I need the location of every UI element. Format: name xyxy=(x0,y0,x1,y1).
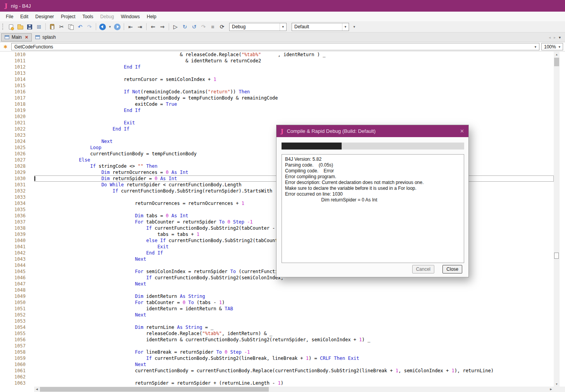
code-text[interactable]: identReturn = identReturn & TAB xyxy=(34,306,554,312)
line-number[interactable]: 1031 xyxy=(0,182,26,188)
save-icon[interactable] xyxy=(25,22,34,31)
code-text[interactable] xyxy=(34,70,554,76)
code-text[interactable]: Dim returnLine As String = _ xyxy=(34,324,554,330)
tab-main[interactable]: Main✕ xyxy=(1,33,32,41)
refresh-icon[interactable]: ⟳ xyxy=(218,22,226,31)
navigate-back-icon[interactable] xyxy=(98,22,107,31)
cancel-button[interactable]: Cancel xyxy=(412,265,434,273)
modules-icon[interactable]: ⊞ xyxy=(35,22,43,31)
line-number[interactable]: 1024 xyxy=(0,138,26,144)
code-text[interactable]: Dim identReturn As String xyxy=(34,293,554,299)
line-number[interactable]: 1043 xyxy=(0,256,26,262)
code-line[interactable]: 1010 & releaseCode.Replace("%tab%" , ide… xyxy=(0,52,554,58)
navigate-forward-icon[interactable] xyxy=(113,22,122,31)
redo-icon[interactable]: ↷ xyxy=(85,22,94,31)
scroll-right-icon[interactable]: ▶ xyxy=(548,387,554,392)
line-number[interactable]: 1052 xyxy=(0,312,26,318)
code-text[interactable]: tempFunctionBody = tempFunctionBody & re… xyxy=(34,95,554,101)
open-icon[interactable] xyxy=(16,22,25,31)
menu-debug[interactable]: Debug xyxy=(97,12,117,21)
line-number[interactable]: 1011 xyxy=(0,58,26,64)
code-line[interactable]: 1018 exitCode = True xyxy=(0,101,554,107)
line-number[interactable]: 1041 xyxy=(0,244,26,250)
close-tab-icon[interactable]: ✕ xyxy=(25,35,28,40)
line-number[interactable]: 1059 xyxy=(0,355,26,361)
code-text[interactable] xyxy=(34,287,554,293)
line-number[interactable]: 1014 xyxy=(0,76,26,83)
menu-project[interactable]: Project xyxy=(57,12,79,21)
code-text[interactable] xyxy=(34,83,554,89)
menu-designer[interactable]: Designer xyxy=(32,12,57,21)
horizontal-scrollbar-thumb[interactable] xyxy=(40,387,269,392)
code-line[interactable]: 1020 xyxy=(0,113,554,120)
line-number[interactable]: 1056 xyxy=(0,337,26,343)
code-text[interactable]: currentFunctionBody = currentFunctionBod… xyxy=(34,368,554,374)
menu-help[interactable]: Help xyxy=(143,12,160,21)
scrollbar-position-marker[interactable] xyxy=(554,253,559,259)
line-number[interactable]: 1063 xyxy=(0,380,26,386)
code-line[interactable]: 1019 End If xyxy=(0,107,554,113)
line-number[interactable]: 1060 xyxy=(0,361,26,368)
code-text[interactable] xyxy=(34,318,554,324)
line-number[interactable]: 1047 xyxy=(0,281,26,287)
line-number[interactable]: 1026 xyxy=(0,151,26,157)
comment-icon[interactable]: ⇐ xyxy=(149,22,157,31)
code-text[interactable]: releaseCode.Replace("%tab%", identReturn… xyxy=(34,330,554,337)
line-number[interactable]: 1040 xyxy=(0,237,26,244)
code-line[interactable]: 1047 Next xyxy=(0,281,554,287)
code-line[interactable]: 1049 Dim identReturn As String xyxy=(0,293,554,299)
code-text[interactable]: For tabCounter = 0 To (tabs - 1) xyxy=(34,299,554,306)
line-number[interactable]: 1032 xyxy=(0,188,26,194)
line-number[interactable]: 1030 xyxy=(0,175,26,182)
navigate-back-menu-icon[interactable]: ▾ xyxy=(107,22,112,31)
code-line[interactable]: 1062 xyxy=(0,374,554,380)
step-over-icon[interactable]: ↷ xyxy=(199,22,208,31)
line-number[interactable]: 1054 xyxy=(0,324,26,330)
line-number[interactable]: 1028 xyxy=(0,163,26,169)
line-number[interactable]: 1061 xyxy=(0,368,26,374)
menu-edit[interactable]: Edit xyxy=(17,12,32,21)
next-tab-icon[interactable]: ▸ xyxy=(554,35,556,40)
line-number[interactable]: 1021 xyxy=(0,120,26,126)
line-number[interactable]: 1050 xyxy=(0,299,26,306)
indent-icon[interactable]: ⇥ xyxy=(135,22,144,31)
line-number[interactable]: 1036 xyxy=(0,213,26,219)
code-line[interactable]: 1063 returnSpider = returnSpider + (retu… xyxy=(0,380,554,386)
horizontal-scrollbar[interactable]: ◀ ▶ xyxy=(34,387,554,392)
code-line[interactable]: 1059 If currentFunctionBody.SubString2(l… xyxy=(0,355,554,361)
prev-tab-icon[interactable]: ◂ xyxy=(549,35,551,40)
code-line[interactable]: 1048 xyxy=(0,287,554,293)
line-number[interactable]: 1058 xyxy=(0,349,26,355)
scroll-left-icon[interactable]: ◀ xyxy=(34,387,40,392)
line-number[interactable]: 1062 xyxy=(0,374,26,380)
line-number[interactable]: 1027 xyxy=(0,157,26,163)
uncomment-icon[interactable]: ⇒ xyxy=(158,22,167,31)
line-number[interactable]: 1012 xyxy=(0,64,26,70)
line-number[interactable]: 1013 xyxy=(0,70,26,76)
line-number[interactable]: 1019 xyxy=(0,107,26,113)
code-text[interactable]: For lineBreak = returnSpider To 0 Step -… xyxy=(34,349,554,355)
code-text[interactable]: & identReturn & returnCode2 xyxy=(34,58,554,64)
build-configuration-select[interactable]: Debug▾ xyxy=(229,23,287,31)
menu-windows[interactable]: Windows xyxy=(117,12,143,21)
line-number[interactable]: 1034 xyxy=(0,200,26,206)
resume-icon[interactable]: ↻ xyxy=(180,22,189,31)
code-line[interactable]: 1016 If Not(remainingCode.Contains("retu… xyxy=(0,89,554,95)
code-line[interactable]: 1056 identReturn & currentFunctionBody.S… xyxy=(0,337,554,343)
code-text[interactable]: If currentFunctionBody.SubString2(lineBr… xyxy=(34,355,554,361)
line-number[interactable]: 1055 xyxy=(0,330,26,337)
code-text[interactable] xyxy=(34,113,554,120)
code-line[interactable]: 1013 xyxy=(0,70,554,76)
paste-icon[interactable] xyxy=(48,22,57,31)
tab-list-icon[interactable]: ▾ xyxy=(559,35,561,40)
code-text[interactable]: & releaseCode.Replace("%tab%" , identRet… xyxy=(34,52,554,58)
code-line[interactable]: 1053 xyxy=(0,318,554,324)
line-number[interactable]: 1017 xyxy=(0,95,26,101)
line-number[interactable]: 1046 xyxy=(0,275,26,281)
line-number[interactable]: 1044 xyxy=(0,262,26,268)
scroll-up-icon[interactable]: ▲ xyxy=(554,52,560,57)
line-number[interactable]: 1029 xyxy=(0,169,26,175)
line-number[interactable]: 1022 xyxy=(0,126,26,132)
code-line[interactable]: 1050 For tabCounter = 0 To (tabs - 1) xyxy=(0,299,554,306)
run-icon[interactable]: ▷ xyxy=(171,22,180,31)
